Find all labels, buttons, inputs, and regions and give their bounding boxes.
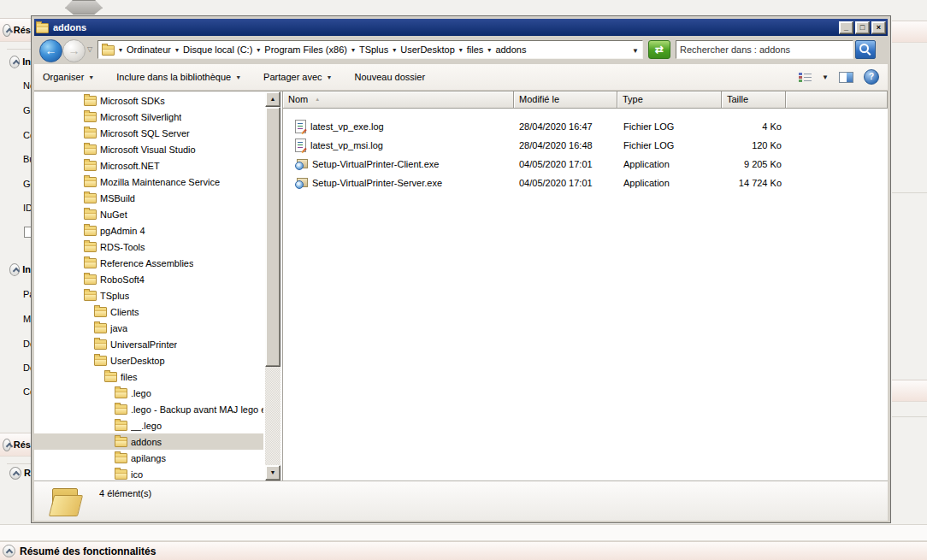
toolbar-item[interactable]: Inclure dans la bibliothèque▼ <box>116 72 241 82</box>
preview-pane-icon[interactable] <box>839 72 853 83</box>
folder-icon <box>84 96 97 106</box>
tree-item-label: ico <box>131 469 143 480</box>
tree-item[interactable]: ico <box>34 466 263 480</box>
scrollbar-thumb[interactable] <box>265 107 280 367</box>
toolbar-item[interactable]: Nouveau dossier <box>355 72 426 82</box>
tree-item-label: __.lego <box>131 421 162 431</box>
folder-tree: Microsoft SDKsMicrosoft SilverlightMicro… <box>34 91 282 480</box>
breadcrumb-item[interactable]: Ordinateur <box>127 44 171 55</box>
file-row[interactable]: latest_vp_msi.log28/04/2020 16:48Fichier… <box>283 136 888 155</box>
tree-item[interactable]: pgAdmin 4 <box>34 222 263 239</box>
tree-item[interactable]: __.lego <box>34 417 263 433</box>
breadcrumb-item[interactable]: TSplus <box>359 44 388 55</box>
file-row[interactable]: Setup-VirtualPrinter-Client.exe04/05/202… <box>283 155 888 174</box>
help-icon[interactable]: ? <box>864 69 879 85</box>
breadcrumb-item[interactable]: Disque local (C:) <box>183 44 252 55</box>
file-name: latest_vp_msi.log <box>310 140 383 150</box>
window-titlebar[interactable]: addons _ □ × <box>34 19 888 36</box>
background-section-header[interactable]: Rés <box>0 18 31 42</box>
tree-item-label: Reference Assemblies <box>100 258 193 268</box>
tree-item[interactable]: Microsoft Silverlight <box>34 109 263 125</box>
tree-item[interactable]: Microsoft.NET <box>34 157 263 174</box>
column-header[interactable] <box>786 91 888 109</box>
tree-item[interactable]: Mozilla Maintenance Service <box>34 174 263 190</box>
folder-icon <box>115 404 127 415</box>
file-modified: 04/05/2020 17:01 <box>519 174 617 192</box>
toolbar-item-label: Nouveau dossier <box>355 72 426 82</box>
menu-arrow-icon: ▼ <box>88 74 94 80</box>
file-name: Setup-VirtualPrinter-Server.exe <box>312 178 442 188</box>
chevron-up-icon <box>3 439 11 451</box>
background-section-header[interactable]: Résumé des fonctionnalités <box>0 541 927 560</box>
selected-folder-icon <box>50 486 86 516</box>
tree-item[interactable]: MSBuild <box>34 190 263 206</box>
tree-item[interactable]: UniversalPrinter <box>34 336 263 352</box>
tree-item[interactable]: Microsoft SDKs <box>34 92 263 109</box>
refresh-button[interactable]: ⇄ <box>648 40 670 59</box>
background-subsection-header[interactable]: In <box>9 262 31 276</box>
background-band <box>892 21 927 43</box>
form-field-label: Bu <box>23 154 31 164</box>
views-icon[interactable] <box>799 73 812 82</box>
column-header[interactable]: Modifié le <box>514 91 617 109</box>
tree-item[interactable]: java <box>34 320 263 336</box>
scroll-down-button[interactable]: ▼ <box>265 465 280 480</box>
back-button[interactable]: ← <box>39 39 62 62</box>
tree-item[interactable]: UserDesktop <box>34 352 263 368</box>
breadcrumb-item[interactable]: files <box>467 44 484 55</box>
breadcrumb-item[interactable]: addons <box>495 44 526 55</box>
tree-item-label: MSBuild <box>100 193 135 203</box>
minimize-button[interactable]: _ <box>839 21 853 34</box>
toolbar-item[interactable]: Organiser▼ <box>43 72 94 82</box>
file-row[interactable]: latest_vp_exe.log28/04/2020 16:47Fichier… <box>283 117 888 136</box>
log-file-icon <box>295 120 306 133</box>
file-type: Application <box>623 155 719 174</box>
search-input[interactable] <box>676 41 853 58</box>
checkbox[interactable] <box>24 227 31 238</box>
file-name-cell: Setup-VirtualPrinter-Client.exe <box>295 155 511 174</box>
tree-item[interactable]: .lego - Backup avant MAJ lego ex <box>34 401 263 417</box>
tree-item[interactable]: Clients <box>34 304 263 320</box>
file-row[interactable]: Setup-VirtualPrinter-Server.exe04/05/202… <box>283 174 888 192</box>
details-pane: 4 élément(s) <box>34 480 888 521</box>
forward-button[interactable]: → <box>62 39 86 62</box>
background-subsection-header[interactable]: R <box>9 466 31 480</box>
tree-item[interactable]: NuGet <box>34 206 263 222</box>
nav-history-dropdown-icon[interactable]: ▽ <box>87 45 92 53</box>
tree-item[interactable]: apilangs <box>34 450 263 466</box>
tree-item[interactable]: Reference Assemblies <box>34 255 263 271</box>
breadcrumb-item[interactable]: Program Files (x86) <box>264 44 347 55</box>
column-header[interactable]: Nom▲ <box>283 91 514 109</box>
tree-item[interactable]: addons <box>34 433 263 450</box>
tree-item[interactable]: .lego <box>34 385 263 401</box>
search-button[interactable] <box>855 40 876 59</box>
address-history-icon[interactable]: ▼ <box>632 47 639 55</box>
maximize-button[interactable]: □ <box>855 21 870 34</box>
scroll-up-button[interactable]: ▲ <box>265 91 280 107</box>
breadcrumb-item[interactable]: UserDesktop <box>400 44 455 55</box>
views-dropdown-icon[interactable]: ▼ <box>822 74 829 81</box>
column-header[interactable]: Type <box>617 91 722 109</box>
file-size: 4 Ko <box>713 117 782 136</box>
column-header[interactable]: Taille <box>722 91 786 109</box>
folder-icon <box>94 323 107 333</box>
background-subsection-header[interactable]: In <box>9 55 31 68</box>
close-button[interactable]: × <box>871 21 886 34</box>
tree-item[interactable]: RoboSoft4 <box>34 271 263 287</box>
sort-ascending-icon: ▲ <box>315 97 320 102</box>
tree-scrollbar[interactable]: ▲ ▼ <box>265 91 280 480</box>
background-right-panel <box>892 0 927 523</box>
tree-item-label: java <box>110 323 127 333</box>
folder-icon <box>84 112 97 122</box>
background-divider <box>892 192 927 193</box>
background-section-header[interactable]: Rés <box>0 433 31 457</box>
toolbar-item[interactable]: Partager avec▼ <box>263 72 332 82</box>
tree-item[interactable]: Microsoft Visual Studio <box>34 141 263 157</box>
window-folder-icon <box>36 23 49 33</box>
tree-item[interactable]: Microsoft SQL Server <box>34 125 263 141</box>
address-breadcrumb-box[interactable]: ▾Ordinateur▾Disque local (C:)▾Program Fi… <box>97 40 643 59</box>
tree-item[interactable]: TSplus <box>34 287 263 304</box>
tree-item[interactable]: RDS-Tools <box>34 239 263 255</box>
tree-item[interactable]: files <box>34 368 263 385</box>
file-modified: 04/05/2020 17:01 <box>519 155 617 174</box>
